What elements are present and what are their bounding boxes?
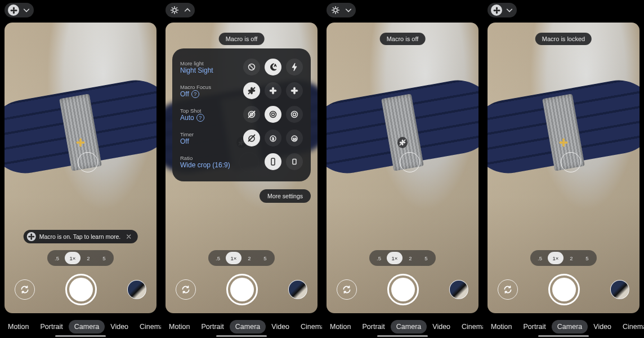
mode-video[interactable]: Video (427, 320, 456, 333)
home-indicator[interactable] (55, 335, 106, 337)
quick-settings-toggle[interactable] (5, 3, 34, 17)
mode-portrait[interactable]: Portrait (518, 320, 552, 333)
capture-controls (488, 274, 639, 305)
viewfinder[interactable]: Macro is off .51×25 More light Night Sig… (166, 23, 317, 313)
close-icon[interactable] (124, 233, 133, 240)
quick-settings-panel: More light Night SightMacro Focus Off ?T… (172, 48, 311, 181)
switch-camera-button[interactable] (337, 279, 357, 300)
home-indicator[interactable] (538, 335, 589, 337)
zoom-selector[interactable]: .51×25 (530, 250, 597, 266)
shutter-button[interactable] (387, 274, 419, 305)
chevron-icon (345, 6, 352, 14)
setting-title: Macro Focus (180, 84, 211, 90)
quick-settings-toggle[interactable] (327, 3, 356, 17)
zoom-option[interactable]: 1× (65, 252, 80, 264)
shutter-button[interactable] (548, 274, 580, 305)
home-indicator[interactable] (216, 335, 267, 337)
shutter-button[interactable] (65, 274, 97, 305)
top-bar (161, 0, 322, 20)
shutter-button[interactable] (226, 274, 258, 305)
night-auto-option[interactable] (265, 59, 281, 75)
quick-settings-toggle[interactable] (488, 3, 517, 17)
timer-off-option[interactable] (243, 130, 260, 146)
setting-value: Night Sight (180, 66, 213, 74)
zoom-selector[interactable]: .51×25 (47, 250, 114, 266)
zoom-option[interactable]: 5 (96, 252, 112, 264)
gallery-thumbnail[interactable] (449, 280, 468, 299)
mode-portrait[interactable]: Portrait (35, 320, 69, 333)
mode-camera[interactable]: Camera (69, 320, 105, 333)
flower-off-option[interactable] (243, 82, 260, 99)
tip-text: Macro is on. Tap to learn more. (39, 233, 121, 240)
zoom-selector[interactable]: .51×25 (369, 250, 436, 266)
mode-camera[interactable]: Camera (552, 320, 588, 333)
top-bar (0, 0, 161, 20)
topshot-on-option[interactable] (286, 106, 303, 123)
zoom-option[interactable]: .5 (371, 252, 387, 264)
capture-controls (166, 274, 317, 305)
switch-camera-button[interactable] (498, 279, 518, 300)
home-indicator[interactable] (377, 335, 428, 337)
mode-portrait[interactable]: Portrait (357, 320, 391, 333)
switch-camera-button[interactable] (15, 279, 35, 300)
zoom-selector[interactable]: .51×25 (208, 250, 275, 266)
timer-10-option[interactable]: 10 (286, 130, 303, 146)
gallery-thumbnail[interactable] (288, 280, 307, 299)
svg-text:3: 3 (272, 137, 274, 141)
switch-camera-button[interactable] (176, 279, 196, 300)
zoom-option[interactable]: 1× (226, 252, 242, 264)
help-icon[interactable]: ? (191, 90, 199, 98)
zoom-option[interactable]: 2 (80, 252, 96, 264)
phone-frame: Macro is on. Tap to learn more. .51×25 M… (0, 0, 161, 338)
viewfinder[interactable]: Macro is on. Tap to learn more. .51×25 (5, 23, 156, 313)
zoom-option[interactable]: 2 (242, 252, 257, 264)
viewfinder[interactable]: Macro is off .51×25 (327, 23, 478, 313)
help-icon[interactable]: ? (196, 114, 204, 122)
zoom-option[interactable]: .5 (210, 252, 226, 264)
mode-video[interactable]: Video (266, 320, 295, 333)
flower-auto-option[interactable] (265, 82, 281, 99)
mode-video[interactable]: Video (105, 320, 134, 333)
zoom-option[interactable]: .5 (532, 252, 548, 264)
gallery-thumbnail[interactable] (127, 280, 146, 299)
zoom-option[interactable]: 5 (418, 252, 434, 264)
mode-motion[interactable]: Motion (485, 320, 518, 333)
zoom-option[interactable]: 1× (548, 252, 564, 264)
setting-value: Wide crop (16:9) (180, 161, 230, 169)
more-settings-button[interactable]: More settings (260, 189, 311, 203)
zoom-option[interactable]: 5 (257, 252, 273, 264)
mode-motion[interactable]: Motion (324, 320, 357, 333)
macro-indicator-icon (75, 137, 86, 148)
mode-portrait[interactable]: Portrait (196, 320, 230, 333)
ratio-full-option[interactable] (265, 153, 281, 170)
zoom-option[interactable]: 2 (564, 252, 579, 264)
timer-3-option[interactable]: 3 (265, 130, 281, 146)
mode-cinema[interactable]: Cinema (617, 320, 644, 333)
topshot-auto-option[interactable] (265, 106, 281, 123)
topshot-off-option[interactable] (243, 106, 260, 123)
macro-indicator-icon (558, 137, 569, 148)
focus-ring (400, 152, 420, 172)
setting-title: Top Shot (180, 108, 204, 114)
zoom-option[interactable]: 1× (387, 252, 402, 264)
zoom-option[interactable]: .5 (49, 252, 65, 264)
mode-motion[interactable]: Motion (163, 320, 196, 333)
mode-motion[interactable]: Motion (2, 320, 35, 333)
quick-settings-toggle[interactable] (166, 3, 195, 17)
ratio-wide-option[interactable] (286, 153, 303, 170)
zoom-option[interactable]: 2 (402, 252, 418, 264)
zoom-option[interactable]: 5 (579, 252, 595, 264)
ban-option[interactable] (243, 59, 260, 75)
mode-camera[interactable]: Camera (230, 320, 266, 333)
settings-row: More light Night Sight (180, 55, 303, 79)
setting-title: Timer (180, 131, 194, 137)
setting-value: Off (180, 137, 194, 145)
macro-tip[interactable]: Macro is on. Tap to learn more. (24, 230, 138, 243)
gallery-thumbnail[interactable] (610, 280, 629, 299)
top-mode-icon (491, 5, 502, 16)
mode-camera[interactable]: Camera (391, 320, 427, 333)
mode-video[interactable]: Video (588, 320, 617, 333)
viewfinder[interactable]: Macro is locked .51×25 (488, 23, 639, 313)
flash-option[interactable] (286, 59, 303, 75)
flower-on-option[interactable] (286, 82, 303, 99)
